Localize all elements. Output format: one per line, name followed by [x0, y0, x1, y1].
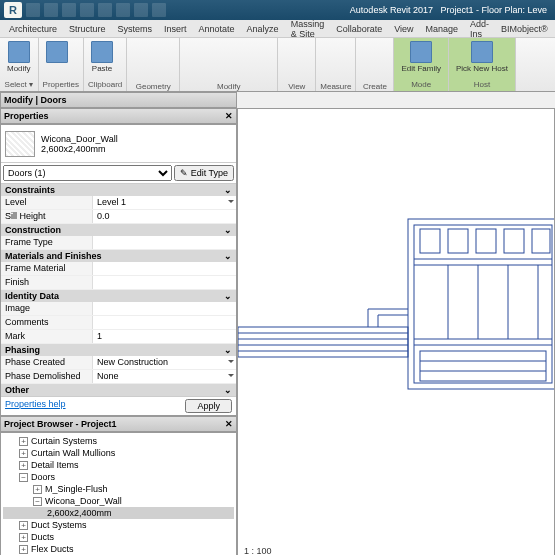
ribbon-tool-icon[interactable]	[146, 40, 159, 53]
property-row[interactable]: Mark1	[1, 330, 236, 344]
ribbon-tool-icon[interactable]	[131, 40, 144, 53]
property-category[interactable]: Identity Data⌄	[1, 290, 236, 302]
tree-expand-icon[interactable]: +	[19, 437, 28, 446]
property-value[interactable]	[93, 302, 236, 315]
qat-btn[interactable]	[134, 3, 148, 17]
property-value[interactable]: None	[93, 370, 236, 383]
property-value[interactable]: 1	[93, 330, 236, 343]
ribbon-tool-icon[interactable]	[229, 40, 242, 53]
property-category[interactable]: Construction⌄	[1, 224, 236, 236]
edit-type-button[interactable]: ✎ Edit Type	[174, 165, 234, 181]
ribbon-tool-icon[interactable]	[335, 40, 348, 53]
ribbon-tool-icon[interactable]	[360, 54, 373, 67]
apply-button[interactable]: Apply	[185, 399, 232, 413]
tab-insert[interactable]: Insert	[159, 22, 192, 36]
ribbon-tool-icon[interactable]	[297, 68, 310, 81]
ribbon-tool-icon[interactable]	[161, 54, 174, 67]
ribbon-tool-icon[interactable]	[146, 54, 159, 67]
ribbon-tool-icon[interactable]	[214, 40, 227, 53]
ribbon-button[interactable]: Edit Family	[398, 40, 444, 74]
ribbon-tool-icon[interactable]	[259, 40, 272, 53]
ribbon-tool-icon[interactable]	[282, 40, 295, 53]
qat-undo-icon[interactable]	[62, 3, 76, 17]
properties-help-link[interactable]: Properties help	[5, 399, 66, 413]
tab-annotate[interactable]: Annotate	[194, 22, 240, 36]
drawing-canvas[interactable]: 1 : 100	[237, 108, 555, 555]
tab-view[interactable]: View	[389, 22, 418, 36]
ribbon-tool-icon[interactable]	[184, 68, 197, 81]
ribbon-tool-icon[interactable]	[375, 40, 388, 53]
ribbon-button[interactable]: Paste	[88, 40, 116, 74]
ribbon-tool-icon[interactable]	[184, 40, 197, 53]
view-scale[interactable]: 1 : 100	[244, 546, 272, 555]
qat-print-icon[interactable]	[98, 3, 112, 17]
instance-selector[interactable]: Doors (1)	[3, 165, 172, 181]
tree-expand-icon[interactable]: +	[19, 545, 28, 554]
ribbon-tool-icon[interactable]	[244, 40, 257, 53]
tab-manage[interactable]: Manage	[421, 22, 464, 36]
tree-expand-icon[interactable]: +	[19, 461, 28, 470]
tab-structure[interactable]: Structure	[64, 22, 111, 36]
ribbon-tool-icon[interactable]	[229, 68, 242, 81]
property-category[interactable]: Phasing⌄	[1, 344, 236, 356]
tree-item[interactable]: +M_Single-Flush	[3, 483, 234, 495]
ribbon-tool-icon[interactable]	[214, 54, 227, 67]
property-row[interactable]: Comments	[1, 316, 236, 330]
ribbon-tool-icon[interactable]	[146, 68, 159, 81]
property-value[interactable]: Level 1	[93, 196, 236, 209]
property-row[interactable]: Frame Type	[1, 236, 236, 250]
qat-save-icon[interactable]	[44, 3, 58, 17]
property-row[interactable]: Frame Material	[1, 262, 236, 276]
property-value[interactable]: New Construction	[93, 356, 236, 369]
tab-analyze[interactable]: Analyze	[242, 22, 284, 36]
ribbon-tool-icon[interactable]	[131, 68, 144, 81]
tab-systems[interactable]: Systems	[113, 22, 158, 36]
tree-item[interactable]: +Flex Ducts	[3, 543, 234, 555]
tree-expand-icon[interactable]: +	[33, 485, 42, 494]
tree-item[interactable]: +Detail Items	[3, 459, 234, 471]
ribbon-button[interactable]: Pick New Host	[453, 40, 511, 74]
tree-item[interactable]: +Duct Systems	[3, 519, 234, 531]
tree-item[interactable]: −Doors	[3, 471, 234, 483]
tree-expand-icon[interactable]: −	[33, 497, 42, 506]
tree-item[interactable]: +Ducts	[3, 531, 234, 543]
property-value[interactable]	[93, 236, 236, 249]
ribbon-tool-icon[interactable]	[375, 54, 388, 67]
ribbon-tool-icon[interactable]	[360, 40, 373, 53]
tab-bimobject-[interactable]: BIMobject®	[496, 22, 553, 36]
ribbon-tool-icon[interactable]	[282, 54, 295, 67]
property-value[interactable]	[93, 262, 236, 275]
tree-item[interactable]: −Wicona_Door_Wall	[3, 495, 234, 507]
ribbon-tool-icon[interactable]	[131, 54, 144, 67]
tree-item[interactable]: +Curtain Systems	[3, 435, 234, 447]
ribbon-tool-icon[interactable]	[184, 54, 197, 67]
tab-add-ins[interactable]: Add-Ins	[465, 17, 494, 41]
property-value[interactable]: 0.0	[93, 210, 236, 223]
ribbon-tool-icon[interactable]	[244, 68, 257, 81]
tab-collaborate[interactable]: Collaborate	[331, 22, 387, 36]
qat-btn[interactable]	[152, 3, 166, 17]
ribbon-tool-icon[interactable]	[297, 40, 310, 53]
property-row[interactable]: Sill Height0.0	[1, 210, 236, 224]
ribbon-button[interactable]: Modify	[4, 40, 34, 74]
tree-expand-icon[interactable]: +	[19, 449, 28, 458]
tree-expand-icon[interactable]: −	[19, 473, 28, 482]
ribbon-tool-icon[interactable]	[360, 68, 373, 81]
tree-expand-icon[interactable]: +	[19, 521, 28, 530]
property-value[interactable]	[93, 276, 236, 289]
property-value[interactable]	[93, 316, 236, 329]
tab-architecture[interactable]: Architecture	[4, 22, 62, 36]
ribbon-tool-icon[interactable]	[320, 54, 333, 67]
qat-open-icon[interactable]	[26, 3, 40, 17]
property-category[interactable]: Other⌄	[1, 384, 236, 396]
ribbon-tool-icon[interactable]	[214, 68, 227, 81]
property-row[interactable]: Image	[1, 302, 236, 316]
ribbon-tool-icon[interactable]	[375, 68, 388, 81]
property-row[interactable]: Phase DemolishedNone	[1, 370, 236, 384]
property-row[interactable]: LevelLevel 1	[1, 196, 236, 210]
ribbon-tool-icon[interactable]	[335, 68, 348, 81]
ribbon-tool-icon[interactable]	[282, 68, 295, 81]
property-row[interactable]: Finish	[1, 276, 236, 290]
qat-btn[interactable]	[116, 3, 130, 17]
ribbon-tool-icon[interactable]	[199, 54, 212, 67]
